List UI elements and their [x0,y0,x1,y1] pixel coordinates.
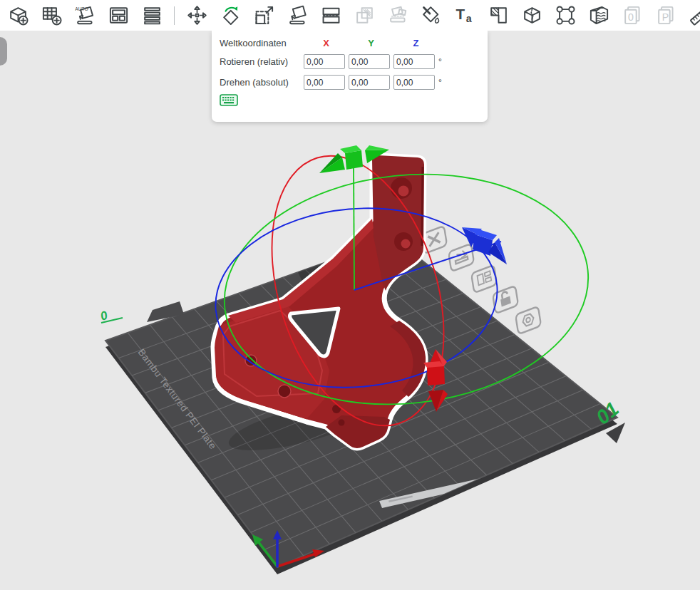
measure-icon[interactable] [686,3,700,29]
svg-text:T: T [455,6,465,22]
rotate-icon[interactable] [217,3,244,29]
scale-icon[interactable] [250,3,277,29]
axis-z-label: Z [393,38,438,48]
model-edge-shade [422,167,423,246]
rotate-relative-label: Rotieren (relativ) [220,56,304,67]
variable-layer-height-icon[interactable] [585,3,612,29]
text-tool-icon[interactable]: Ta [451,3,478,29]
sidebar-collapse-handle[interactable] [0,37,7,66]
main-toolbar: AUTO Ta 0 P [0,0,700,31]
rotate-absolute-label: Drehen (absolut) [220,77,304,88]
split-to-objects-icon[interactable] [485,3,512,29]
gcode-zero-icon: 0 [619,3,646,29]
auto-orient-icon[interactable]: AUTO [71,3,98,29]
world-coordinates-label: Weltkoordinaten [220,38,304,48]
move-icon[interactable] [183,3,210,29]
layers-list-icon[interactable] [138,3,165,29]
axis-y-label: Y [349,38,393,48]
rotate-relative-y-input[interactable] [349,54,390,69]
degree-unit: ° [438,78,454,88]
degree-unit: ° [438,57,454,67]
svg-text:0: 0 [628,11,634,23]
plate-settings-icon[interactable] [515,306,541,334]
axis-x-label: X [304,38,349,48]
gizmo-handle-z[interactable] [462,227,507,264]
rotate-absolute-z-input[interactable] [393,75,435,90]
model-hole [339,420,345,426]
svg-text:P: P [662,11,668,23]
toolbar-separator [174,6,175,25]
add-object-icon[interactable] [4,3,31,29]
svg-text:a: a [465,13,471,24]
gcode-p-icon: P [652,3,679,29]
rotate-relative-z-input[interactable] [393,54,435,69]
rotate-absolute-x-input[interactable] [304,75,345,90]
color-paint-icon[interactable] [418,3,445,29]
split-to-parts-icon[interactable] [518,3,545,29]
model-hole-inner [398,186,409,197]
model-hole-inner [401,239,411,249]
add-plate-icon[interactable] [38,3,65,29]
model-hole [278,385,291,398]
rotate-absolute-y-input[interactable] [349,75,390,90]
arrange-icon[interactable] [105,3,132,29]
rotate-relative-x-input[interactable] [304,54,345,69]
place-on-face-icon[interactable] [284,3,311,29]
support-paint-icon [384,3,411,29]
merge-icon [351,3,378,29]
seam-icon[interactable] [552,3,579,29]
gizmo-axis-line-green [354,167,354,290]
keyboard-icon[interactable] [220,94,238,107]
plate-corner-marker: 0 [98,309,123,324]
cut-icon[interactable] [317,3,344,29]
rotate-panel: Weltkoordinaten X Y Z Rotieren (relativ)… [212,31,488,122]
